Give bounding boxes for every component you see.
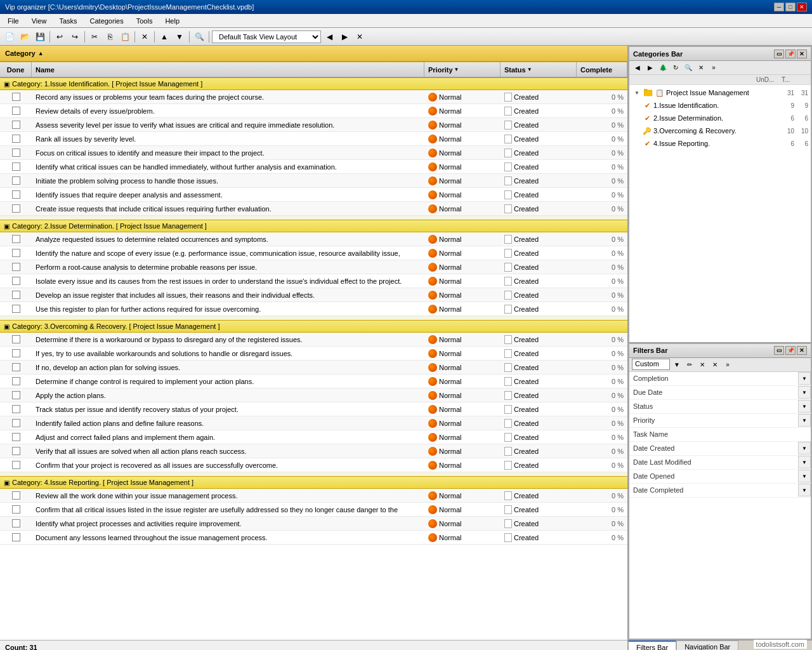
checkbox-1-7[interactable]: [12, 176, 20, 185]
status-dropdown-btn[interactable]: ▼: [527, 67, 532, 72]
category-header-bar[interactable]: Category ▲: [0, 46, 627, 62]
checkbox-3-6[interactable]: [12, 405, 20, 413]
window-controls[interactable]: ─ □ ✕: [774, 3, 807, 11]
cat-bar-restore-btn[interactable]: ▭: [774, 50, 784, 58]
up-button[interactable]: ▲: [157, 30, 171, 44]
checkbox-1-9[interactable]: [12, 204, 20, 213]
tab-navigation-bar[interactable]: Navigation Bar: [676, 640, 738, 650]
checkbox-2-5[interactable]: [12, 291, 20, 299]
task-done-1-4[interactable]: [0, 133, 32, 144]
layout-next[interactable]: ▶: [337, 30, 351, 44]
filter-duedate-dropdown[interactable]: ▼: [798, 386, 811, 399]
checkbox-3-8[interactable]: [12, 433, 20, 441]
filt-bar-pin-btn[interactable]: 📌: [785, 346, 796, 355]
category-expand-1[interactable]: ▣: [4, 81, 10, 88]
task-done-1-1[interactable]: [0, 91, 32, 102]
cat-close-x-btn[interactable]: ✕: [695, 63, 707, 73]
checkbox-3-10[interactable]: [12, 461, 20, 469]
menu-help[interactable]: Help: [160, 16, 185, 26]
open-button[interactable]: 📂: [18, 30, 32, 44]
th-name[interactable]: Name: [32, 62, 424, 77]
paste-button[interactable]: 📋: [118, 30, 132, 44]
filter-completion-dropdown[interactable]: ▼: [798, 372, 811, 385]
menu-file[interactable]: File: [3, 16, 24, 26]
checkbox-2-2[interactable]: [12, 249, 20, 257]
tree-item-cat1[interactable]: ✔ 1.Issue Identification. 9 9: [629, 99, 811, 112]
cat-more-btn[interactable]: »: [708, 63, 719, 73]
cat-forward-btn[interactable]: ▶: [645, 63, 656, 73]
task-done-1-5[interactable]: [0, 147, 32, 158]
checkbox-4-4[interactable]: [12, 533, 20, 541]
categories-bar-controls[interactable]: ▭ 📌 ✕: [774, 50, 807, 58]
cat-refresh-btn[interactable]: ↻: [670, 63, 681, 73]
menu-categories[interactable]: Categories: [85, 16, 129, 26]
checkbox-3-3[interactable]: [12, 363, 20, 371]
filter-name-input[interactable]: Custom: [632, 359, 670, 370]
category-expand-3[interactable]: ▣: [4, 323, 10, 330]
checkbox-2-6[interactable]: [12, 305, 20, 313]
maximize-button[interactable]: □: [785, 3, 796, 11]
task-done-1-8[interactable]: [0, 189, 32, 200]
checkbox-2-1[interactable]: [12, 235, 20, 243]
cat-bar-pin-btn[interactable]: 📌: [785, 50, 796, 58]
filter-datecompleted-dropdown[interactable]: ▼: [798, 484, 811, 496]
checkbox-3-4[interactable]: [12, 377, 20, 385]
cat-bar-close-btn[interactable]: ✕: [797, 50, 807, 58]
filter-edit-btn[interactable]: ✏: [684, 359, 695, 369]
tree-item-root[interactable]: ▼ 📋 Project Issue Management 31 31: [629, 86, 811, 99]
task-scroll-area[interactable]: ▣ Category: 1.Issue Identification. [ Pr…: [0, 77, 627, 640]
checkbox-3-7[interactable]: [12, 419, 20, 427]
save-button[interactable]: 💾: [33, 30, 47, 44]
category-row-3[interactable]: ▣ Category: 3.Overcoming & Recovery. [ P…: [0, 320, 627, 333]
task-done-1-3[interactable]: [0, 119, 32, 130]
filter-close-x-btn[interactable]: ✕: [709, 359, 721, 369]
copy-button[interactable]: ⎘: [103, 30, 117, 44]
category-row-4[interactable]: ▣ Category: 4.Issue Reporting. [ Project…: [0, 476, 627, 489]
task-done-1-9[interactable]: [0, 203, 32, 214]
category-expand-2[interactable]: ▣: [4, 223, 10, 230]
checkbox-1-2[interactable]: [12, 107, 20, 115]
filter-priority-dropdown[interactable]: ▼: [798, 414, 811, 427]
minimize-button[interactable]: ─: [774, 3, 784, 11]
filter-dropdown-btn[interactable]: ▼: [671, 359, 683, 369]
filt-bar-restore-btn[interactable]: ▭: [774, 346, 784, 355]
checkbox-4-1[interactable]: [12, 491, 20, 500]
filter-status-dropdown[interactable]: ▼: [798, 400, 811, 413]
filter-clear-btn[interactable]: ✕: [697, 359, 708, 369]
category-row-2[interactable]: ▣ Category: 2.Issue Determination. [ Pro…: [0, 220, 627, 232]
checkbox-3-5[interactable]: [12, 391, 20, 399]
filter-more-btn[interactable]: »: [722, 359, 733, 369]
th-priority[interactable]: Priority ▼: [424, 62, 501, 77]
checkbox-3-9[interactable]: [12, 447, 20, 455]
undo-button[interactable]: ↩: [53, 30, 67, 44]
category-expand-4[interactable]: ▣: [4, 479, 10, 486]
filters-bar-controls[interactable]: ▭ 📌 ✕: [774, 346, 807, 355]
cat-filter-btn[interactable]: 🔍: [683, 63, 694, 73]
filter-lastmodified-dropdown[interactable]: ▼: [798, 456, 811, 468]
checkbox-3-1[interactable]: [12, 335, 20, 343]
checkbox-2-4[interactable]: [12, 277, 20, 285]
layout-dropdown[interactable]: Default Task View Layout: [212, 30, 321, 43]
tree-item-cat2[interactable]: ✔ 2.Issue Determination. 6 6: [629, 112, 811, 124]
filter-datecreated-dropdown[interactable]: ▼: [798, 442, 811, 454]
layout-prev[interactable]: ◀: [322, 30, 336, 44]
menu-tools[interactable]: Tools: [131, 16, 158, 26]
cat-back-btn[interactable]: ◀: [632, 63, 643, 73]
delete-button[interactable]: ✕: [138, 30, 152, 44]
checkbox-4-3[interactable]: [12, 519, 20, 527]
new-button[interactable]: 📄: [3, 30, 16, 44]
tree-item-cat3[interactable]: 🔑 3.Overcoming & Recovery. 10 10: [629, 124, 811, 137]
checkbox-1-8[interactable]: [12, 190, 20, 199]
checkbox-1-4[interactable]: [12, 135, 20, 143]
close-button[interactable]: ✕: [797, 3, 807, 11]
find-button[interactable]: 🔍: [192, 30, 206, 44]
redo-button[interactable]: ↪: [68, 30, 82, 44]
checkbox-2-3[interactable]: [12, 263, 20, 271]
filt-bar-close-btn[interactable]: ✕: [797, 346, 807, 355]
task-done-1-2[interactable]: [0, 105, 32, 116]
th-status[interactable]: Status ▼: [501, 62, 577, 77]
filter-dateopened-dropdown[interactable]: ▼: [798, 470, 811, 482]
menu-view[interactable]: View: [27, 16, 52, 26]
checkbox-1-3[interactable]: [12, 121, 20, 129]
checkbox-1-1[interactable]: [12, 93, 20, 101]
